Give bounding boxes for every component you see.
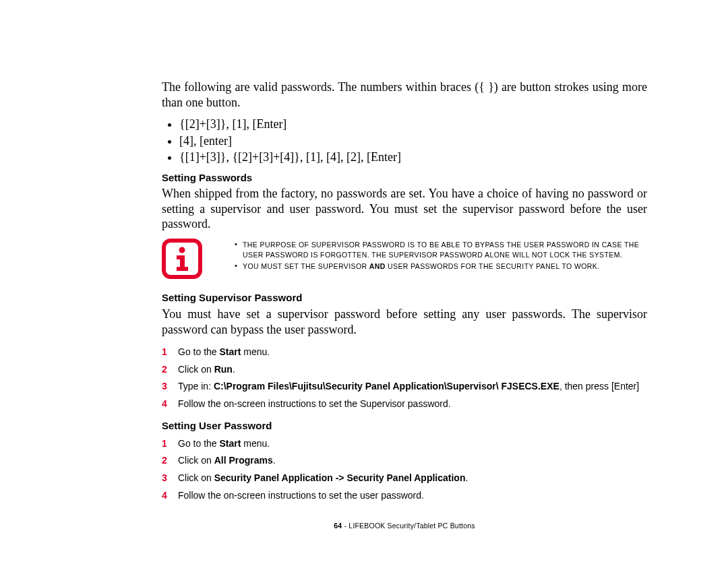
info-note: You must set the supervisor and user pas… <box>235 261 647 272</box>
step-text: Click on Security Panel Application -> S… <box>178 471 468 486</box>
step-number: 2 <box>162 363 178 377</box>
step-item: 2 Click on All Programs. <box>162 454 647 468</box>
svg-rect-4 <box>177 267 188 271</box>
step-text: Follow the on-screen instructions to set… <box>178 489 424 503</box>
list-item: [4], [enter] <box>179 133 647 149</box>
step-number: 3 <box>162 471 178 486</box>
page-footer: 64 - LIFEBOOK Security/Tablet PC Buttons <box>162 522 647 530</box>
step-item: 4 Follow the on-screen instructions to s… <box>162 489 647 503</box>
step-number: 2 <box>162 454 178 468</box>
step-item: 4 Follow the on-screen instructions to s… <box>162 397 647 412</box>
footer-title: LIFEBOOK Security/Tablet PC Buttons <box>348 522 475 530</box>
svg-point-1 <box>179 247 185 253</box>
supervisor-intro-paragraph: You must have set a supervisor password … <box>162 307 647 337</box>
step-text: Go to the Start menu. <box>178 437 270 451</box>
step-number: 4 <box>162 489 178 503</box>
info-box: The purpose of supervisor password is to… <box>162 240 647 283</box>
step-item: 2 Click on Run. <box>162 363 647 377</box>
step-text: Click on Run. <box>178 363 235 377</box>
supervisor-steps: 1 Go to the Start menu. 2 Click on Run. … <box>162 345 647 412</box>
step-text: Go to the Start menu. <box>178 345 270 360</box>
step-item: 3 Click on Security Panel Application ->… <box>162 471 647 486</box>
info-note: The purpose of supervisor password is to… <box>235 240 647 260</box>
setting-passwords-paragraph: When shipped from the factory, no passwo… <box>162 186 647 232</box>
step-item: 1 Go to the Start menu. <box>162 437 647 451</box>
info-notes: The purpose of supervisor password is to… <box>225 240 647 274</box>
step-item: 3 Type in: C:\Program Files\Fujitsu\Secu… <box>162 379 647 394</box>
heading-setting-supervisor: Setting Supervisor Password <box>162 292 647 305</box>
heading-setting-passwords: Setting Passwords <box>162 172 647 185</box>
step-text: Type in: C:\Program Files\Fujitsu\Securi… <box>178 379 639 394</box>
step-number: 3 <box>162 379 178 394</box>
intro-paragraph: The following are valid passwords. The n… <box>162 80 647 110</box>
heading-setting-user: Setting User Password <box>162 420 647 433</box>
step-text: Follow the on-screen instructions to set… <box>178 397 451 412</box>
list-item: {[2]+[3]}, [1], [Enter] <box>179 117 647 132</box>
step-item: 1 Go to the Start menu. <box>162 345 647 360</box>
password-examples-list: {[2]+[3]}, [1], [Enter] [4], [enter] {[1… <box>162 117 647 165</box>
step-text: Click on All Programs. <box>178 454 276 468</box>
info-icon <box>162 239 202 283</box>
list-item: {[1]+[3]}, {[2]+[3]+[4]}, [1], [4], [2],… <box>179 150 647 165</box>
step-number: 1 <box>162 437 178 451</box>
step-number: 1 <box>162 345 178 360</box>
page-number: 64 <box>334 522 342 530</box>
user-steps: 1 Go to the Start menu. 2 Click on All P… <box>162 437 647 503</box>
step-number: 4 <box>162 397 178 412</box>
document-page: The following are valid passwords. The n… <box>0 0 728 557</box>
